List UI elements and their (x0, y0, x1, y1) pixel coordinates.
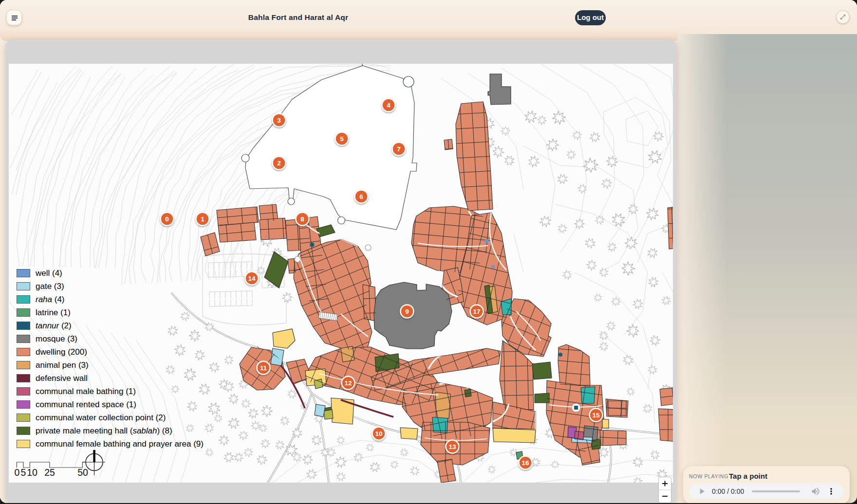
svg-text:10: 10 (27, 467, 37, 478)
svg-text:7: 7 (397, 145, 401, 153)
svg-text:25: 25 (44, 467, 55, 478)
svg-text:8: 8 (300, 216, 304, 223)
svg-text:5: 5 (21, 467, 26, 478)
svg-text:12: 12 (344, 379, 352, 387)
svg-text:0: 0 (15, 467, 20, 478)
svg-text:3: 3 (277, 117, 281, 124)
svg-text:5: 5 (340, 135, 344, 143)
svg-text:0: 0 (165, 216, 169, 223)
svg-text:13: 13 (448, 443, 456, 450)
svg-text:11: 11 (260, 364, 267, 372)
svg-text:9: 9 (405, 308, 409, 315)
svg-text:15: 15 (592, 412, 600, 419)
svg-text:6: 6 (359, 193, 363, 200)
svg-text:14: 14 (248, 275, 256, 282)
svg-text:1: 1 (201, 216, 205, 223)
svg-text:4: 4 (387, 102, 391, 109)
svg-text:50: 50 (77, 467, 88, 478)
svg-text:10: 10 (375, 430, 382, 437)
svg-text:16: 16 (522, 459, 529, 467)
svg-text:17: 17 (473, 308, 480, 315)
svg-text:2: 2 (277, 160, 281, 167)
